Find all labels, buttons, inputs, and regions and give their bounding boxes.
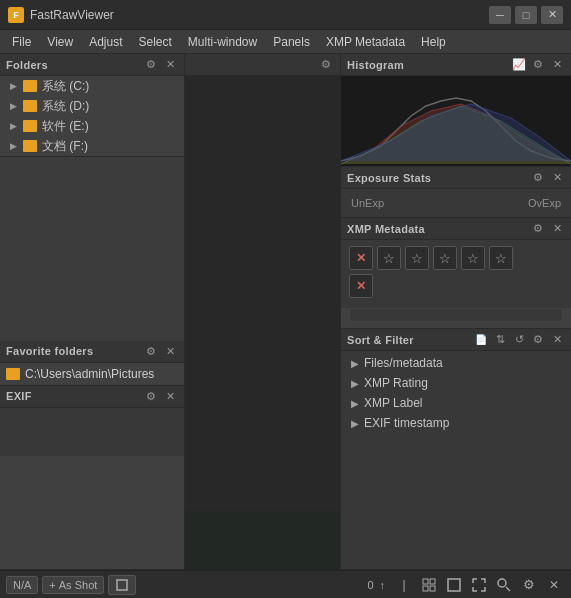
menu-view[interactable]: View bbox=[39, 33, 81, 51]
menu-multiwindow[interactable]: Multi-window bbox=[180, 33, 265, 51]
folders-section: Folders ⚙ ✕ ▶ 系统 (C:) ▶ 系统 (D:) ▶ bbox=[0, 54, 184, 157]
sort-item-files[interactable]: ▶ Files/metadata bbox=[341, 353, 571, 373]
status-nav-arrow: ↑ bbox=[380, 579, 386, 591]
folder-item-d[interactable]: ▶ 系统 (D:) bbox=[0, 96, 184, 116]
folder-icon-d bbox=[23, 100, 37, 112]
status-icon-close[interactable]: ✕ bbox=[543, 574, 565, 596]
histogram-close-icon[interactable]: ✕ bbox=[549, 57, 565, 73]
menu-xmp[interactable]: XMP Metadata bbox=[318, 33, 413, 51]
status-shot-label: As Shot bbox=[59, 579, 98, 591]
histogram-chart-icon[interactable]: 📈 bbox=[511, 57, 527, 73]
exposure-content: UnExp OvExp bbox=[341, 189, 571, 217]
sort-arrows-icon[interactable]: ⇅ bbox=[492, 332, 508, 348]
menu-select[interactable]: Select bbox=[131, 33, 180, 51]
fav-settings-icon[interactable]: ⚙ bbox=[143, 343, 159, 359]
folder-arrow-d: ▶ bbox=[10, 101, 20, 111]
xmp-star-4[interactable]: ☆ bbox=[461, 246, 485, 270]
status-icon-fit[interactable] bbox=[468, 574, 490, 596]
status-icon-settings[interactable]: ⚙ bbox=[518, 574, 540, 596]
folders-settings-icon[interactable]: ⚙ bbox=[143, 57, 159, 73]
svg-rect-3 bbox=[117, 580, 127, 590]
xmp-section: XMP Metadata ⚙ ✕ ✕ ☆ ☆ ☆ ☆ ☆ ✕ bbox=[341, 218, 571, 329]
xmp-star-5[interactable]: ☆ bbox=[489, 246, 513, 270]
fav-item-pictures[interactable]: C:\Users\admin\Pictures bbox=[0, 363, 184, 385]
histogram-title: Histogram bbox=[347, 59, 508, 71]
svg-rect-5 bbox=[430, 579, 435, 584]
status-crop[interactable] bbox=[108, 575, 136, 595]
folder-arrow-c: ▶ bbox=[10, 81, 20, 91]
status-shot[interactable]: + As Shot bbox=[42, 576, 104, 594]
menu-adjust[interactable]: Adjust bbox=[81, 33, 130, 51]
folder-label-e: 软件 (E:) bbox=[42, 118, 89, 135]
svg-rect-7 bbox=[430, 586, 435, 591]
sort-arrow-exif-ts: ▶ bbox=[351, 418, 359, 429]
sort-arrow-xmp-rating: ▶ bbox=[351, 378, 359, 389]
svg-rect-1 bbox=[185, 511, 340, 570]
status-icon-grid[interactable] bbox=[418, 574, 440, 596]
exposure-header: Exposure Stats ⚙ ✕ bbox=[341, 167, 571, 189]
exif-header: EXIF ⚙ ✕ bbox=[0, 386, 184, 408]
xmp-content: ✕ ☆ ☆ ☆ ☆ ☆ ✕ bbox=[341, 240, 571, 308]
folder-icon-f bbox=[23, 140, 37, 152]
xmp-star-3[interactable]: ☆ bbox=[433, 246, 457, 270]
menu-help[interactable]: Help bbox=[413, 33, 454, 51]
status-icon-single[interactable] bbox=[443, 574, 465, 596]
exif-settings-icon[interactable]: ⚙ bbox=[143, 388, 159, 404]
title-text: FastRawViewer bbox=[30, 8, 489, 22]
left-spacer bbox=[0, 157, 184, 341]
histogram-section: Histogram 📈 ⚙ ✕ bbox=[341, 54, 571, 167]
center-settings-icon[interactable]: ⚙ bbox=[318, 57, 334, 73]
maximize-button[interactable]: □ bbox=[515, 6, 537, 24]
main-layout: Folders ⚙ ✕ ▶ 系统 (C:) ▶ 系统 (D:) ▶ bbox=[0, 54, 571, 570]
folder-item-f[interactable]: ▶ 文档 (F:) bbox=[0, 136, 184, 156]
status-na[interactable]: N/A bbox=[6, 576, 38, 594]
xmp-star-1[interactable]: ☆ bbox=[377, 246, 401, 270]
exif-close-icon[interactable]: ✕ bbox=[162, 388, 178, 404]
close-button[interactable]: ✕ bbox=[541, 6, 563, 24]
histogram-content bbox=[341, 76, 571, 166]
folder-label-f: 文档 (F:) bbox=[42, 138, 88, 155]
app-icon: F bbox=[8, 7, 24, 23]
sort-label-files: Files/metadata bbox=[364, 356, 443, 370]
folder-arrow-e: ▶ bbox=[10, 121, 20, 131]
minimize-button[interactable]: ─ bbox=[489, 6, 511, 24]
xmp-reject-btn[interactable]: ✕ bbox=[349, 246, 373, 270]
status-bar: N/A + As Shot 0 ↑ | bbox=[0, 570, 571, 598]
sort-header: Sort & Filter 📄 ⇅ ↺ ⚙ ✕ bbox=[341, 329, 571, 351]
sort-item-xmp-rating[interactable]: ▶ XMP Rating bbox=[341, 373, 571, 393]
status-icon-divider[interactable]: | bbox=[393, 574, 415, 596]
xmp-settings-icon[interactable]: ⚙ bbox=[530, 221, 546, 237]
xmp-star-2[interactable]: ☆ bbox=[405, 246, 429, 270]
menu-panels[interactable]: Panels bbox=[265, 33, 318, 51]
exposure-settings-icon[interactable]: ⚙ bbox=[530, 170, 546, 186]
sort-settings-icon[interactable]: ⚙ bbox=[530, 332, 546, 348]
exposure-close-icon[interactable]: ✕ bbox=[549, 170, 565, 186]
sort-section: Sort & Filter 📄 ⇅ ↺ ⚙ ✕ ▶ Files/metadata… bbox=[341, 329, 571, 570]
sort-item-xmp-label[interactable]: ▶ XMP Label bbox=[341, 393, 571, 413]
sort-close-icon[interactable]: ✕ bbox=[549, 332, 565, 348]
sort-title: Sort & Filter bbox=[347, 334, 470, 346]
fav-folder-icon bbox=[6, 368, 20, 380]
svg-rect-8 bbox=[448, 579, 460, 591]
sort-label-exif-ts: EXIF timestamp bbox=[364, 416, 449, 430]
xmp-reject-btn-2[interactable]: ✕ bbox=[349, 274, 373, 298]
fav-title: Favorite folders bbox=[6, 345, 140, 357]
folder-icon-c bbox=[23, 80, 37, 92]
sort-refresh-icon[interactable]: ↺ bbox=[511, 332, 527, 348]
histogram-settings-icon[interactable]: ⚙ bbox=[530, 57, 546, 73]
center-panel: ⚙ bbox=[185, 54, 341, 570]
sort-file-icon[interactable]: 📄 bbox=[473, 332, 489, 348]
fav-close-icon[interactable]: ✕ bbox=[162, 343, 178, 359]
menu-file[interactable]: File bbox=[4, 33, 39, 51]
exposure-title: Exposure Stats bbox=[347, 172, 527, 184]
svg-point-9 bbox=[498, 579, 506, 587]
histogram-header: Histogram 📈 ⚙ ✕ bbox=[341, 54, 571, 76]
folders-close-icon[interactable]: ✕ bbox=[162, 57, 178, 73]
xmp-close-icon[interactable]: ✕ bbox=[549, 221, 565, 237]
folder-label-d: 系统 (D:) bbox=[42, 98, 89, 115]
folder-item-e[interactable]: ▶ 软件 (E:) bbox=[0, 116, 184, 136]
sort-item-exif-ts[interactable]: ▶ EXIF timestamp bbox=[341, 413, 571, 433]
fav-header: Favorite folders ⚙ ✕ bbox=[0, 341, 184, 363]
status-icon-zoom[interactable] bbox=[493, 574, 515, 596]
folder-item-c[interactable]: ▶ 系统 (C:) bbox=[0, 76, 184, 96]
